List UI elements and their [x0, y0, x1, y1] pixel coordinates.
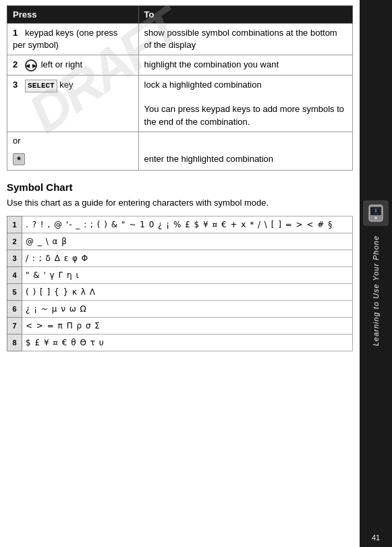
symbol-key-num: 8	[7, 335, 22, 351]
press-header: Press	[7, 6, 139, 24]
table-row: 2 left or right highlight the combinatio…	[7, 55, 353, 76]
symbol-chars: $ £ ¥ ¤ € θ Θ τ υ	[22, 335, 353, 351]
nav-icon	[25, 59, 37, 71]
row-to-3-main: lock a highlighted combination You can p…	[138, 75, 352, 132]
symbol-row: 8$ £ ¥ ¤ € θ Θ τ υ	[7, 335, 353, 351]
info-icon-box: i	[363, 200, 389, 226]
row-press-2: left or right	[41, 59, 82, 69]
symbol-row: 5( ) [ ] { } κ λ Λ	[7, 284, 353, 301]
table-row: 1 keypad keys (one press per symbol) sho…	[7, 24, 353, 55]
symbol-key-num: 5	[7, 284, 22, 301]
phone-icon: i	[366, 204, 385, 223]
to-star: enter the highlighted combination	[138, 150, 352, 171]
symbol-chart-title: Symbol Chart	[7, 181, 353, 193]
symbol-row: 6¿ ¡ ~ μ ν ω Ω	[7, 301, 353, 318]
symbol-key-num: 4	[7, 267, 22, 284]
or-row: or	[7, 132, 353, 150]
table-row: 3 SELECT key lock a highlighted combinat…	[7, 75, 353, 132]
row-press-3-label: key	[59, 80, 73, 90]
symbol-chars: ¿ ¡ ~ μ ν ω Ω	[22, 301, 353, 318]
svg-point-2	[374, 217, 377, 219]
symbol-key-num: 6	[7, 301, 22, 318]
row-num: 2	[13, 59, 18, 69]
row-press-1: keypad keys (one press per symbol)	[13, 28, 117, 50]
to-header: To	[138, 6, 352, 24]
to-main-text: lock a highlighted combination	[144, 80, 262, 90]
symbol-key-num: 1	[7, 217, 22, 233]
symbol-row: 4" & ' γ Γ η ι	[7, 267, 353, 284]
symbol-chart-section: Symbol Chart Use this chart as a guide f…	[7, 181, 353, 351]
to-sub-text: You can press keypad keys to add more sy…	[144, 104, 345, 126]
symbol-row: 7< > = π Π ρ σ Σ	[7, 318, 353, 335]
symbol-row: 2@ _ \ α β	[7, 233, 353, 250]
symbol-chars: ( ) [ ] { } κ λ Λ	[22, 284, 353, 301]
select-key: SELECT	[25, 80, 57, 92]
symbol-chars: / : ; δ Δ ε φ Φ	[22, 250, 353, 267]
row-num: 1	[13, 28, 18, 38]
star-row: * enter the highlighted combination	[7, 150, 353, 171]
symbol-row: 3/ : ; δ Δ ε φ Φ	[7, 250, 353, 267]
symbol-chars: " & ' γ Γ η ι	[22, 267, 353, 284]
or-text: or	[13, 136, 21, 146]
sidebar-label: Learning to Use Your Phone	[371, 235, 381, 346]
symbol-chars: < > = π Π ρ σ Σ	[22, 318, 353, 335]
symbol-chars: . ? ! , @ '- _ : ; ( ) & " ~ 1 0 ¿ ¡ % £…	[22, 217, 353, 233]
symbol-chart-desc: Use this chart as a guide for entering c…	[7, 197, 353, 209]
row-to-1: show possible symbol combinations at the…	[138, 24, 352, 55]
star-key: *	[13, 153, 25, 165]
symbol-chars: @ _ \ α β	[22, 233, 353, 250]
symbol-key-num: 2	[7, 233, 22, 250]
svg-text:i: i	[375, 207, 377, 214]
sidebar: i Learning to Use Your Phone 41	[360, 0, 392, 547]
symbol-row: 1. ? ! , @ '- _ : ; ( ) & " ~ 1 0 ¿ ¡ % …	[7, 217, 353, 233]
page-number: 41	[372, 534, 380, 542]
row-to-2: highlight the combination you want	[138, 55, 352, 76]
symbol-key-num: 3	[7, 250, 22, 267]
row-num: 3	[13, 80, 18, 90]
symbol-table: 1. ? ! , @ '- _ : ; ( ) & " ~ 1 0 ¿ ¡ % …	[7, 216, 353, 351]
instructions-table: Press To 1 keypad keys (one press per sy…	[7, 5, 353, 171]
symbol-key-num: 7	[7, 318, 22, 335]
